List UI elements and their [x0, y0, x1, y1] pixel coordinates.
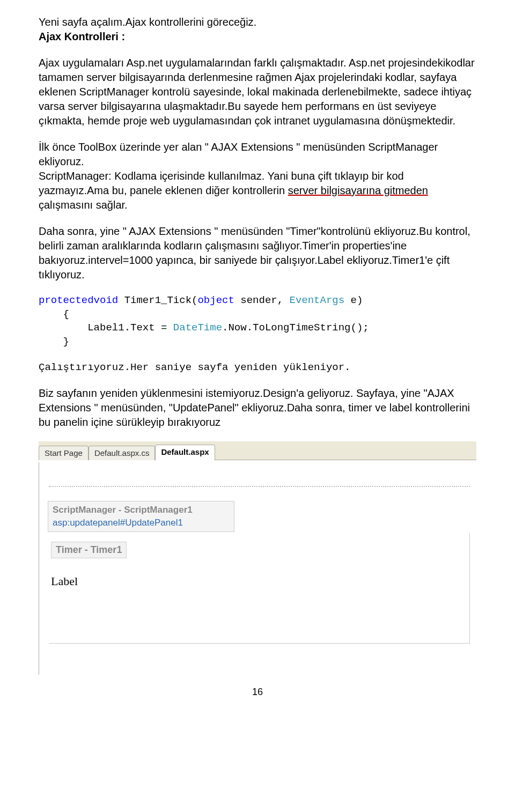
page-number: 16	[0, 686, 515, 704]
intro-heading: Ajax Kontrolleri :	[39, 29, 476, 44]
paragraph-timer: Daha sonra, yine " AJAX Extensions " men…	[39, 224, 476, 282]
kw-protectedvoid: protectedvoid	[39, 294, 118, 306]
code-text: .Now.ToLongTimeString();	[222, 322, 369, 334]
intro-line1: Yeni sayfa açalım.Ajax kontrollerini gör…	[39, 15, 476, 29]
code-brace-open: {	[39, 308, 69, 320]
paragraph-ajax-desc: Ajax uygulamaları Asp.net uygulamalarınd…	[39, 56, 476, 128]
scriptmanager-title: ScriptManager - ScriptManager1	[53, 504, 230, 516]
scriptmanager-control[interactable]: ScriptManager - ScriptManager1 asp:updat…	[48, 501, 234, 532]
type-eventargs: EventArgs	[290, 294, 345, 306]
paragraph-scriptmanager-a: İlk önce ToolBox üzerinde yer alan " AJA…	[39, 141, 438, 167]
code-block: protectedvoid Timer1_Tick(object sender,…	[39, 294, 476, 349]
kw-object: object	[197, 294, 234, 306]
code-text: sender,	[234, 294, 290, 306]
paragraph-run-result: Çalıştırıyoruz.Her saniye sayfa yeniden …	[39, 361, 476, 375]
code-text: Timer1_Tick(	[118, 294, 197, 306]
tab-default-aspx[interactable]: Default.aspx	[155, 445, 215, 461]
type-datetime: DateTime	[173, 322, 222, 334]
paragraph-scriptmanager: İlk önce ToolBox üzerinde yer alan " AJA…	[39, 140, 476, 212]
paragraph-scriptmanager-d: çalışmasını sağlar.	[39, 199, 128, 211]
paragraph-updatepanel: Biz sayfanın yeniden yüklenmesini istemi…	[39, 386, 476, 430]
timer-control[interactable]: Timer - Timer1	[51, 542, 127, 558]
label-control[interactable]: Label	[51, 574, 469, 588]
tab-start-page[interactable]: Start Page	[39, 446, 89, 460]
server-without-roundtrip: server bilgisayarına gitmeden	[288, 184, 428, 196]
code-text: Label1.Text =	[39, 322, 173, 334]
vs-designer-screenshot: Start Page Default.aspx.cs Default.aspx …	[39, 441, 476, 675]
vs-tab-strip: Start Page Default.aspx.cs Default.aspx	[39, 441, 476, 460]
code-text: e)	[344, 294, 363, 306]
updatepanel-container[interactable]: Timer - Timer1 Label	[49, 533, 470, 644]
tab-default-aspx-cs[interactable]: Default.aspx.cs	[89, 446, 156, 460]
code-brace-close: }	[39, 336, 69, 348]
vs-design-surface[interactable]: ScriptManager - ScriptManager1 asp:updat…	[39, 462, 476, 675]
updatepanel-tag-label: asp:updatepanel#UpdatePanel1	[53, 516, 230, 529]
